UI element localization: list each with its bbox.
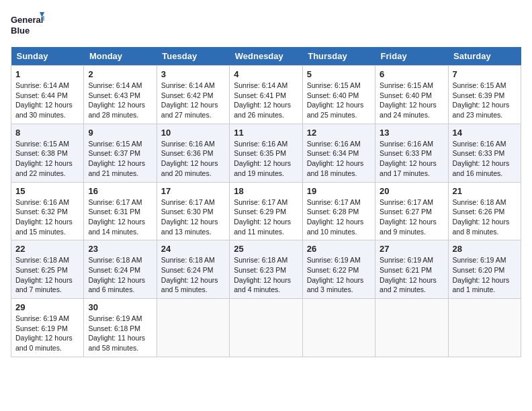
day-info: Sunrise: 6:14 AM Sunset: 6:42 PM Dayligh… xyxy=(161,81,225,120)
calendar-cell: 6 Sunrise: 6:15 AM Sunset: 6:40 PM Dayli… xyxy=(375,66,448,124)
calendar-cell: 19 Sunrise: 6:17 AM Sunset: 6:28 PM Dayl… xyxy=(302,182,375,240)
day-info: Sunrise: 6:16 AM Sunset: 6:34 PM Dayligh… xyxy=(307,139,371,179)
calendar-week-row: 1 Sunrise: 6:14 AM Sunset: 6:44 PM Dayli… xyxy=(11,66,521,124)
day-number: 3 xyxy=(161,69,225,79)
calendar-cell: 8 Sunrise: 6:15 AM Sunset: 6:38 PM Dayli… xyxy=(11,124,84,182)
day-info: Sunrise: 6:18 AM Sunset: 6:24 PM Dayligh… xyxy=(88,255,152,295)
day-number: 30 xyxy=(88,302,152,312)
day-info: Sunrise: 6:15 AM Sunset: 6:40 PM Dayligh… xyxy=(380,81,443,120)
day-info: Sunrise: 6:19 AM Sunset: 6:22 PM Dayligh… xyxy=(307,255,371,295)
day-number: 21 xyxy=(453,186,517,196)
day-of-week-header: Tuesday xyxy=(157,47,229,66)
calendar-cell xyxy=(448,299,521,357)
day-number: 12 xyxy=(307,128,371,138)
day-info: Sunrise: 6:17 AM Sunset: 6:31 PM Dayligh… xyxy=(88,197,152,237)
day-number: 2 xyxy=(88,69,152,79)
day-info: Sunrise: 6:18 AM Sunset: 6:23 PM Dayligh… xyxy=(234,255,298,295)
day-number: 10 xyxy=(161,128,225,138)
calendar-cell xyxy=(157,299,229,357)
day-number: 17 xyxy=(161,186,225,196)
calendar-cell: 7 Sunrise: 6:15 AM Sunset: 6:39 PM Dayli… xyxy=(448,66,521,124)
day-of-week-header: Sunday xyxy=(11,47,84,66)
calendar-cell: 20 Sunrise: 6:17 AM Sunset: 6:27 PM Dayl… xyxy=(375,182,448,240)
calendar-cell: 4 Sunrise: 6:14 AM Sunset: 6:41 PM Dayli… xyxy=(230,66,302,124)
day-number: 16 xyxy=(88,186,152,196)
day-info: Sunrise: 6:17 AM Sunset: 6:30 PM Dayligh… xyxy=(161,197,225,237)
day-number: 9 xyxy=(88,128,152,138)
day-of-week-header: Monday xyxy=(84,47,157,66)
day-info: Sunrise: 6:15 AM Sunset: 6:40 PM Dayligh… xyxy=(307,81,371,120)
calendar-cell: 22 Sunrise: 6:18 AM Sunset: 6:25 PM Dayl… xyxy=(11,240,84,299)
calendar-week-row: 15 Sunrise: 6:16 AM Sunset: 6:32 PM Dayl… xyxy=(11,182,521,240)
calendar-cell: 14 Sunrise: 6:16 AM Sunset: 6:33 PM Dayl… xyxy=(448,124,521,182)
calendar-cell: 10 Sunrise: 6:16 AM Sunset: 6:36 PM Dayl… xyxy=(157,124,229,182)
calendar-cell: 12 Sunrise: 6:16 AM Sunset: 6:34 PM Dayl… xyxy=(302,124,375,182)
day-info: Sunrise: 6:17 AM Sunset: 6:28 PM Dayligh… xyxy=(307,197,371,237)
svg-text:Blue: Blue xyxy=(11,26,30,36)
day-number: 19 xyxy=(307,186,371,196)
day-info: Sunrise: 6:14 AM Sunset: 6:41 PM Dayligh… xyxy=(234,81,298,120)
day-info: Sunrise: 6:18 AM Sunset: 6:24 PM Dayligh… xyxy=(161,255,225,295)
day-info: Sunrise: 6:17 AM Sunset: 6:29 PM Dayligh… xyxy=(234,197,298,237)
calendar-cell: 25 Sunrise: 6:18 AM Sunset: 6:23 PM Dayl… xyxy=(230,240,302,299)
day-info: Sunrise: 6:17 AM Sunset: 6:27 PM Dayligh… xyxy=(380,197,443,237)
calendar-cell: 2 Sunrise: 6:14 AM Sunset: 6:43 PM Dayli… xyxy=(84,66,157,124)
day-of-week-header: Friday xyxy=(375,47,448,66)
calendar-cell: 17 Sunrise: 6:17 AM Sunset: 6:30 PM Dayl… xyxy=(157,182,229,240)
day-info: Sunrise: 6:15 AM Sunset: 6:38 PM Dayligh… xyxy=(15,139,79,179)
calendar-cell xyxy=(230,299,302,357)
day-info: Sunrise: 6:16 AM Sunset: 6:33 PM Dayligh… xyxy=(380,139,443,179)
calendar-cell xyxy=(302,299,375,357)
day-of-week-header: Saturday xyxy=(448,47,521,66)
calendar-cell: 9 Sunrise: 6:15 AM Sunset: 6:37 PM Dayli… xyxy=(84,124,157,182)
day-number: 27 xyxy=(380,244,443,254)
day-number: 8 xyxy=(15,128,79,138)
day-info: Sunrise: 6:19 AM Sunset: 6:18 PM Dayligh… xyxy=(88,314,152,353)
calendar-cell: 1 Sunrise: 6:14 AM Sunset: 6:44 PM Dayli… xyxy=(11,66,84,124)
calendar-cell: 11 Sunrise: 6:16 AM Sunset: 6:35 PM Dayl… xyxy=(230,124,302,182)
day-info: Sunrise: 6:19 AM Sunset: 6:20 PM Dayligh… xyxy=(453,255,517,295)
calendar-cell: 30 Sunrise: 6:19 AM Sunset: 6:18 PM Dayl… xyxy=(84,299,157,357)
calendar-cell: 23 Sunrise: 6:18 AM Sunset: 6:24 PM Dayl… xyxy=(84,240,157,299)
day-info: Sunrise: 6:14 AM Sunset: 6:44 PM Dayligh… xyxy=(15,81,79,120)
day-info: Sunrise: 6:14 AM Sunset: 6:43 PM Dayligh… xyxy=(88,81,152,120)
day-number: 13 xyxy=(380,128,443,138)
day-of-week-header: Thursday xyxy=(302,47,375,66)
day-number: 11 xyxy=(234,128,298,138)
day-info: Sunrise: 6:16 AM Sunset: 6:36 PM Dayligh… xyxy=(161,139,225,179)
day-number: 26 xyxy=(307,244,371,254)
calendar-cell: 27 Sunrise: 6:19 AM Sunset: 6:21 PM Dayl… xyxy=(375,240,448,299)
day-of-week-header: Wednesday xyxy=(230,47,302,66)
day-number: 28 xyxy=(453,244,517,254)
day-info: Sunrise: 6:15 AM Sunset: 6:39 PM Dayligh… xyxy=(453,81,517,120)
calendar-week-row: 22 Sunrise: 6:18 AM Sunset: 6:25 PM Dayl… xyxy=(11,240,521,299)
day-info: Sunrise: 6:16 AM Sunset: 6:32 PM Dayligh… xyxy=(15,197,79,237)
header: General Blue xyxy=(11,11,521,40)
day-number: 18 xyxy=(234,186,298,196)
calendar-week-row: 29 Sunrise: 6:19 AM Sunset: 6:19 PM Dayl… xyxy=(11,299,521,357)
day-info: Sunrise: 6:18 AM Sunset: 6:25 PM Dayligh… xyxy=(15,255,79,295)
day-number: 7 xyxy=(453,69,517,79)
calendar-cell: 3 Sunrise: 6:14 AM Sunset: 6:42 PM Dayli… xyxy=(157,66,229,124)
calendar-cell: 24 Sunrise: 6:18 AM Sunset: 6:24 PM Dayl… xyxy=(157,240,229,299)
day-number: 22 xyxy=(15,244,79,254)
day-number: 6 xyxy=(380,69,443,79)
calendar-cell xyxy=(375,299,448,357)
day-info: Sunrise: 6:16 AM Sunset: 6:33 PM Dayligh… xyxy=(453,139,517,179)
day-number: 14 xyxy=(453,128,517,138)
day-number: 29 xyxy=(15,302,79,312)
day-info: Sunrise: 6:19 AM Sunset: 6:19 PM Dayligh… xyxy=(15,314,79,353)
calendar-cell: 13 Sunrise: 6:16 AM Sunset: 6:33 PM Dayl… xyxy=(375,124,448,182)
logo-icon: General Blue xyxy=(11,11,44,40)
day-info: Sunrise: 6:16 AM Sunset: 6:35 PM Dayligh… xyxy=(234,139,298,179)
calendar-cell: 29 Sunrise: 6:19 AM Sunset: 6:19 PM Dayl… xyxy=(11,299,84,357)
calendar-cell: 5 Sunrise: 6:15 AM Sunset: 6:40 PM Dayli… xyxy=(302,66,375,124)
logo: General Blue xyxy=(11,11,44,40)
calendar-cell: 15 Sunrise: 6:16 AM Sunset: 6:32 PM Dayl… xyxy=(11,182,84,240)
day-number: 23 xyxy=(88,244,152,254)
day-number: 24 xyxy=(161,244,225,254)
calendar-header-row: SundayMondayTuesdayWednesdayThursdayFrid… xyxy=(11,47,521,66)
day-number: 5 xyxy=(307,69,371,79)
day-number: 4 xyxy=(234,69,298,79)
calendar-cell: 18 Sunrise: 6:17 AM Sunset: 6:29 PM Dayl… xyxy=(230,182,302,240)
